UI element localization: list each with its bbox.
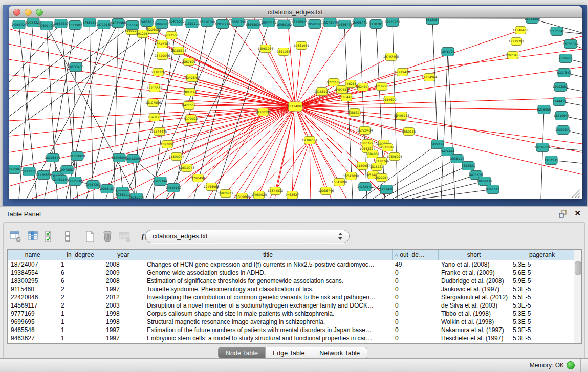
network-edge[interactable]	[393, 166, 468, 199]
network-node[interactable]: 9170023	[184, 115, 198, 123]
network-node[interactable]: 746266	[345, 80, 357, 88]
network-node[interactable]: 16906449	[352, 18, 368, 27]
table-cell[interactable]: Jankovic et al. (1997)	[438, 285, 510, 293]
network-node[interactable]: 8215955	[537, 105, 551, 114]
network-node[interactable]: 20533466	[68, 63, 84, 72]
network-graph[interactable]: 1872400713226058891295486601239827508165…	[9, 18, 582, 199]
table-cell[interactable]: 9465546	[8, 326, 58, 334]
table-cell[interactable]: 5.3E-5	[510, 260, 574, 269]
table-row[interactable]: 977716911998Corpus callosum shape and si…	[8, 310, 574, 318]
network-node[interactable]: 16961936	[258, 45, 274, 53]
table-cell[interactable]: 9463627	[8, 334, 58, 342]
table-cell[interactable]: 5.3E-5	[510, 318, 574, 326]
table-row[interactable]: 969969511998Structural magnetic resonanc…	[8, 318, 574, 326]
network-node[interactable]: 1646794	[441, 48, 455, 56]
network-node[interactable]: 2522054	[375, 174, 389, 182]
table-cell[interactable]: 5.9E-5	[510, 277, 574, 285]
memory-ok-indicator-icon[interactable]	[567, 361, 575, 369]
network-edge[interactable]	[133, 159, 137, 198]
network-node[interactable]: 12150907	[355, 162, 371, 170]
network-node[interactable]: 15476680	[169, 18, 185, 26]
network-window-titlebar[interactable]: citations_edges.txt	[9, 6, 582, 18]
network-node[interactable]: 10958107	[99, 185, 115, 193]
network-node[interactable]: 1527902	[69, 21, 82, 30]
column-header[interactable]: year	[103, 250, 144, 260]
network-node[interactable]: 12086746	[318, 187, 334, 195]
network-node[interactable]: 12213589	[147, 84, 163, 92]
network-edge[interactable]	[295, 106, 544, 110]
network-edge[interactable]	[234, 106, 295, 199]
network-node[interactable]: 16720404	[357, 127, 373, 135]
table-cell[interactable]: 5.3E-5	[510, 310, 574, 318]
table-cell[interactable]: de Silva et al. (2003)	[438, 301, 510, 310]
network-edge[interactable]	[295, 30, 520, 106]
network-node[interactable]: 12219428	[395, 69, 410, 76]
network-node[interactable]: 12973433	[505, 52, 521, 59]
network-node[interactable]: 9463627	[286, 191, 299, 199]
network-node[interactable]: 18196926	[292, 18, 308, 27]
show-columns-icon[interactable]	[25, 229, 40, 244]
table-cell[interactable]: 1998	[103, 310, 144, 318]
table-cell[interactable]: 9699695	[8, 318, 58, 326]
network-node[interactable]: 9560155	[402, 128, 416, 136]
table-cell[interactable]: 14569117	[8, 301, 58, 310]
table-cell[interactable]: 0	[392, 334, 438, 342]
table-cell[interactable]: 2012	[103, 293, 144, 301]
table-row[interactable]: 1872400712008Changes of HCN gene express…	[8, 260, 574, 269]
network-node[interactable]: 14636778	[337, 20, 353, 29]
network-window[interactable]: citations_edges.txt 18724007132260588912…	[9, 6, 582, 198]
delete-table-icon-disabled[interactable]	[117, 229, 133, 244]
column-header[interactable]: pagerank	[510, 250, 574, 260]
network-node[interactable]: 5905394	[154, 177, 167, 186]
table-mode-icon[interactable]	[8, 229, 23, 244]
table-cell[interactable]: 5.5E-5	[510, 293, 574, 301]
table-cell[interactable]: Dudbridge et al. (2008)	[438, 277, 510, 285]
network-edge[interactable]	[86, 25, 133, 199]
table-cell[interactable]: Investigating the contribution of common…	[144, 293, 392, 301]
network-node[interactable]: 13935061	[9, 165, 22, 174]
table-cell[interactable]: 0	[392, 301, 438, 310]
network-node[interactable]: 11381111	[184, 19, 200, 28]
table-cell[interactable]: Franke et al. (2009)	[438, 269, 510, 277]
network-node[interactable]: 1167531	[545, 156, 558, 165]
tab-node-table[interactable]: Node Table	[219, 347, 265, 358]
table-cell[interactable]: 0	[392, 293, 438, 301]
network-node[interactable]: 9827508	[165, 32, 179, 39]
column-header[interactable]: in_degree	[58, 250, 103, 260]
network-node[interactable]: 2867608	[182, 58, 196, 66]
table-cell[interactable]: 0	[392, 310, 438, 318]
table-cell[interactable]: 0	[392, 269, 438, 277]
network-node[interactable]: 10944442	[261, 18, 277, 27]
table-cell[interactable]: Disruption of a novel member of a sodium…	[144, 301, 392, 310]
network-node[interactable]: 13158104	[314, 88, 330, 96]
float-window-icon[interactable]	[558, 210, 568, 218]
network-node[interactable]: 9861036	[277, 48, 291, 56]
network-edge[interactable]	[382, 159, 457, 199]
table-cell[interactable]: Genome-wide association studies in ADHD.	[144, 269, 392, 277]
table-cell[interactable]: 0	[392, 318, 438, 326]
table-cell[interactable]: 6	[58, 269, 103, 277]
network-node[interactable]: 3913512	[23, 167, 36, 176]
table-cell[interactable]: 1	[58, 326, 103, 334]
network-node[interactable]: 12466960	[204, 183, 220, 191]
network-node[interactable]: 11548408	[513, 27, 529, 34]
table-cell[interactable]: 1	[58, 334, 103, 342]
table-cell[interactable]: 1997	[103, 326, 144, 334]
table-row[interactable]: 1456911722003Disruption of a novel membe…	[8, 301, 574, 310]
network-node[interactable]: 17016504	[535, 143, 551, 152]
table-cell[interactable]: 1	[58, 310, 103, 318]
table-cell[interactable]: 5.3E-5	[510, 301, 574, 310]
tab-network-table[interactable]: Network Table	[312, 347, 367, 358]
network-node[interactable]: 1733426	[380, 185, 394, 194]
row-mode-icon[interactable]	[60, 229, 75, 244]
table-cell[interactable]: 2	[58, 293, 103, 301]
network-edge[interactable]	[284, 52, 295, 106]
resize-grip-icon[interactable]	[572, 190, 580, 198]
network-edge[interactable]	[189, 62, 295, 106]
network-node[interactable]: 17359928	[70, 152, 85, 161]
network-node[interactable]: 7386372	[348, 109, 362, 117]
network-node[interactable]: 15751074	[563, 40, 579, 49]
tab-edge-table[interactable]: Edge Table	[265, 347, 312, 358]
network-node[interactable]: 11309669	[234, 193, 250, 199]
network-node[interactable]: 17980020	[251, 191, 267, 199]
